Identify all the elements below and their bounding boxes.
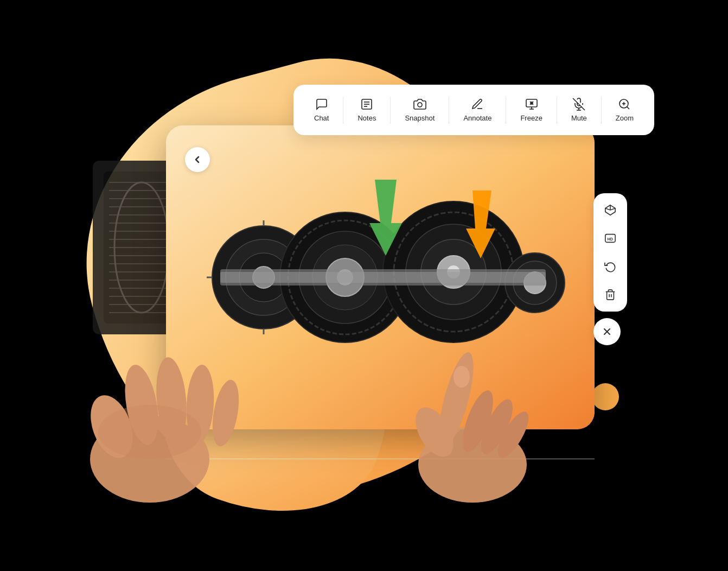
close-button[interactable] (593, 318, 621, 345)
3d-icon (604, 204, 616, 216)
hd-icon: HD (604, 232, 616, 244)
delete-button[interactable] (598, 282, 623, 307)
divider-4 (506, 97, 506, 124)
tablet-inner (166, 125, 595, 429)
chat-label: Chat (314, 114, 329, 122)
back-button[interactable] (185, 147, 210, 172)
mute-label: Mute (571, 114, 587, 122)
divider-3 (449, 97, 449, 124)
annotate-label: Annotate (463, 114, 491, 122)
svg-rect-44 (220, 272, 546, 283)
close-icon (602, 326, 612, 337)
toolbar-notes-item[interactable]: Notes (350, 93, 384, 126)
hd-button[interactable]: HD (598, 226, 623, 251)
mute-icon (572, 98, 585, 111)
decorative-dot (592, 383, 619, 410)
divider-5 (557, 97, 557, 124)
zoom-label: Zoom (616, 114, 634, 122)
undo-icon (604, 261, 616, 272)
tablet-divider-line (166, 459, 595, 459)
svg-point-74 (83, 390, 141, 464)
toolbar-zoom-item[interactable]: Zoom (608, 93, 641, 126)
toolbar-annotate-item[interactable]: Annotate (456, 93, 499, 126)
trash-icon (604, 289, 616, 301)
chat-icon (315, 98, 328, 111)
freeze-label: Freeze (520, 114, 542, 122)
notes-icon (360, 98, 373, 111)
svg-line-63 (627, 107, 629, 109)
zoom-icon (618, 98, 631, 111)
snapshot-icon (413, 98, 426, 111)
divider-2 (390, 97, 391, 124)
3d-button[interactable] (598, 198, 623, 223)
undo-button[interactable] (598, 254, 623, 279)
snapshot-label: Snapshot (405, 114, 435, 122)
notes-label: Notes (357, 114, 376, 122)
svg-text:HD: HD (608, 237, 614, 242)
freeze-icon (525, 98, 538, 111)
action-panel: HD (593, 193, 627, 345)
toolbar-mute-item[interactable]: Mute (564, 93, 595, 126)
svg-point-51 (418, 103, 422, 107)
toolbar-freeze-item[interactable]: Freeze (513, 93, 550, 126)
toolbar: Chat Notes Snapshot (293, 85, 654, 135)
tablet-frame (166, 125, 595, 429)
annotate-icon (471, 98, 484, 111)
toolbar-snapshot-item[interactable]: Snapshot (397, 93, 442, 126)
action-button-group: HD (593, 193, 627, 312)
toolbar-chat-item[interactable]: Chat (306, 93, 336, 126)
divider-6 (601, 97, 602, 124)
divider-1 (343, 97, 343, 124)
